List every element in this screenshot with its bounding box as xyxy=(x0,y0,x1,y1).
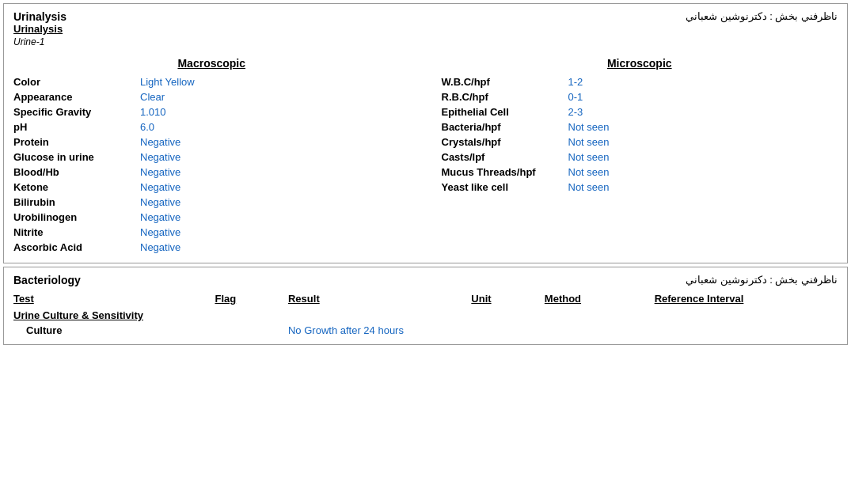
urinalysis-subtitle: Urinalysis xyxy=(13,23,66,35)
macro-value-7: Negative xyxy=(140,181,180,193)
macro-value-3: 6.0 xyxy=(140,121,154,133)
bacteriology-table: Test Flag Result Unit Method Reference I… xyxy=(13,291,838,338)
micro-value-7: Not seen xyxy=(568,181,610,193)
microscopic-row-4: Crystals/hpf Not seen xyxy=(442,136,838,148)
macro-value-4: Negative xyxy=(140,136,180,148)
macro-value-8: Negative xyxy=(140,196,180,208)
bact-culture-result: No Growth after 24 hours xyxy=(288,323,471,338)
urinalysis-header: Urinalysis Urinalysis Urine-1 ناظرفني بخ… xyxy=(13,10,838,54)
micro-label-2: Epithelial Cell xyxy=(442,106,568,118)
macroscopic-row-11: Ascorbic Acid Negative xyxy=(13,241,410,253)
bact-group-label: Urine Culture & Sensitivity xyxy=(13,308,215,323)
urinalysis-title-block: Urinalysis Urinalysis Urine-1 xyxy=(13,10,66,54)
macro-value-0: Light Yellow xyxy=(140,76,195,88)
micro-value-3: Not seen xyxy=(568,121,610,133)
microscopic-row-2: Epithelial Cell 2-3 xyxy=(442,106,838,118)
bact-th-flag: Flag xyxy=(215,291,288,308)
macro-label-7: Ketone xyxy=(13,181,140,193)
macro-label-3: pH xyxy=(13,121,140,133)
micro-value-0: 1-2 xyxy=(568,76,583,88)
macro-label-9: Urobilinogen xyxy=(13,211,140,223)
micro-value-1: 0-1 xyxy=(568,91,583,103)
macroscopic-row-6: Blood/Hb Negative xyxy=(13,166,410,178)
urinalysis-arabic: ناظرفني بخش : دكترنوشين شعباني xyxy=(686,10,838,22)
macro-value-9: Negative xyxy=(140,211,180,223)
macro-label-2: Specific Gravity xyxy=(13,106,140,118)
microscopic-row-1: R.B.C/hpf 0-1 xyxy=(442,91,838,103)
bact-culture-row: Culture No Growth after 24 hours xyxy=(13,323,838,338)
microscopic-col: Microscopic W.B.C/hpf 1-2 R.B.C/hpf 0-1 … xyxy=(426,57,838,256)
micro-label-3: Bacteria/hpf xyxy=(442,121,568,133)
macroscopic-row-4: Protein Negative xyxy=(13,136,410,148)
macroscopic-row-3: pH 6.0 xyxy=(13,121,410,133)
microscopic-header: Microscopic xyxy=(442,57,838,70)
bact-th-method: Method xyxy=(545,291,655,308)
bact-group-row: Urine Culture & Sensitivity xyxy=(13,308,838,323)
micro-value-5: Not seen xyxy=(568,151,610,163)
macro-value-1: Clear xyxy=(140,91,165,103)
micro-label-7: Yeast like cell xyxy=(442,181,568,193)
microscopic-row-0: W.B.C/hpf 1-2 xyxy=(442,76,838,88)
micro-label-0: W.B.C/hpf xyxy=(442,76,568,88)
macro-label-11: Ascorbic Acid xyxy=(13,241,140,253)
macro-label-4: Protein xyxy=(13,136,140,148)
macroscopic-row-2: Specific Gravity 1.010 xyxy=(13,106,410,118)
micro-value-2: 2-3 xyxy=(568,106,583,118)
macroscopic-row-8: Bilirubin Negative xyxy=(13,196,410,208)
urinalysis-title: Urinalysis xyxy=(13,10,66,23)
micro-value-4: Not seen xyxy=(568,136,610,148)
microscopic-row-6: Mucus Threads/hpf Not seen xyxy=(442,166,838,178)
bacteriology-arabic: ناظرفني بخش : دكترنوشين شعباني xyxy=(686,274,838,286)
macroscopic-row-1: Appearance Clear xyxy=(13,91,410,103)
bacteriology-title: Bacteriology xyxy=(13,274,81,286)
bacteriology-header: Bacteriology ناظرفني بخش : دكترنوشين شعب… xyxy=(13,274,838,286)
macroscopic-header: Macroscopic xyxy=(13,57,410,70)
bact-th-test: Test xyxy=(13,291,215,308)
macroscopic-row-7: Ketone Negative xyxy=(13,181,410,193)
bact-th-unit: Unit xyxy=(471,291,545,308)
macro-label-10: Nitrite xyxy=(13,226,140,238)
macro-label-5: Glucose in urine xyxy=(13,151,140,163)
macroscopic-row-9: Urobilinogen Negative xyxy=(13,211,410,223)
urinalysis-section: Urinalysis Urinalysis Urine-1 ناظرفني بخ… xyxy=(3,3,848,263)
urinalysis-sub2: Urine-1 xyxy=(13,36,66,47)
macroscopic-row-10: Nitrite Negative xyxy=(13,226,410,238)
urinalysis-two-col: Macroscopic Color Light Yellow Appearanc… xyxy=(13,57,838,256)
micro-value-6: Not seen xyxy=(568,166,610,178)
micro-label-6: Mucus Threads/hpf xyxy=(442,166,568,178)
macro-label-1: Appearance xyxy=(13,91,140,103)
macro-value-10: Negative xyxy=(140,226,180,238)
bact-culture-label: Culture xyxy=(13,323,215,338)
macro-label-6: Blood/Hb xyxy=(13,166,140,178)
macro-label-0: Color xyxy=(13,76,140,88)
micro-label-5: Casts/lpf xyxy=(442,151,568,163)
bacteriology-section: Bacteriology ناظرفني بخش : دكترنوشين شعب… xyxy=(3,267,848,345)
macro-value-6: Negative xyxy=(140,166,180,178)
micro-label-4: Crystals/hpf xyxy=(442,136,568,148)
microscopic-row-7: Yeast like cell Not seen xyxy=(442,181,838,193)
bact-table-header-row: Test Flag Result Unit Method Reference I… xyxy=(13,291,838,308)
macro-label-8: Bilirubin xyxy=(13,196,140,208)
macro-value-11: Negative xyxy=(140,241,180,253)
macroscopic-col: Macroscopic Color Light Yellow Appearanc… xyxy=(13,57,426,256)
macro-value-2: 1.010 xyxy=(140,106,166,118)
macro-value-5: Negative xyxy=(140,151,180,163)
macroscopic-row-0: Color Light Yellow xyxy=(13,76,410,88)
microscopic-row-5: Casts/lpf Not seen xyxy=(442,151,838,163)
micro-label-1: R.B.C/hpf xyxy=(442,91,568,103)
macroscopic-row-5: Glucose in urine Negative xyxy=(13,151,410,163)
microscopic-row-3: Bacteria/hpf Not seen xyxy=(442,121,838,133)
bact-th-result: Result xyxy=(288,291,471,308)
bact-th-ref: Reference Interval xyxy=(655,291,838,308)
